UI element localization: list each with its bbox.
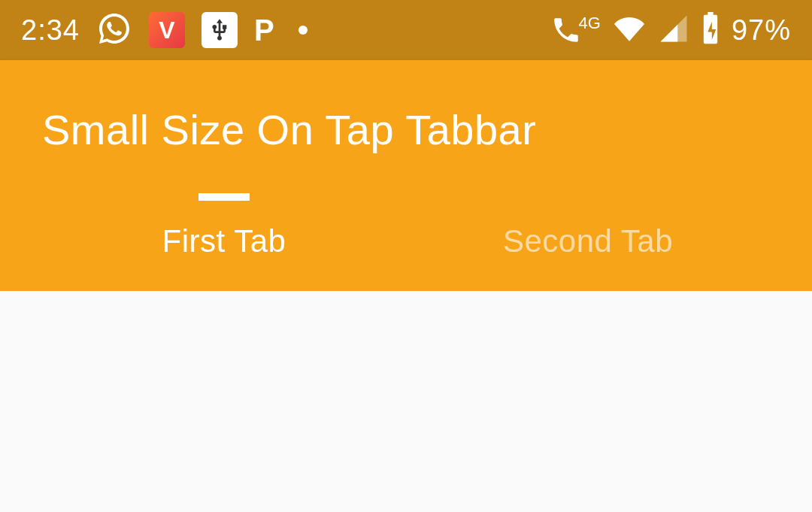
tab-second[interactable]: Second Tab — [406, 199, 770, 291]
battery-percent: 97% — [732, 14, 791, 47]
tab-indicator — [198, 193, 250, 201]
whatsapp-icon — [96, 11, 132, 50]
call-4g-icon: 4G — [547, 14, 601, 46]
tab-label: Second Tab — [503, 223, 673, 259]
network-label: 4G — [579, 14, 601, 33]
wifi-icon — [611, 14, 647, 47]
clock: 2:34 — [21, 14, 80, 47]
signal-icon — [658, 13, 689, 47]
app-bar: Small Size On Tap Tabbar First Tab Secon… — [0, 60, 812, 291]
notification-dot-icon — [298, 26, 308, 35]
usb-icon — [201, 12, 238, 48]
p-icon: P — [254, 14, 274, 47]
tab-bar: First Tab Second Tab — [42, 199, 770, 291]
status-left: 2:34 V P — [21, 11, 308, 50]
status-bar: 2:34 V P 4G — [0, 0, 812, 60]
tab-label: First Tab — [162, 223, 286, 259]
tab-first[interactable]: First Tab — [42, 199, 406, 291]
page-title: Small Size On Tap Tabbar — [42, 105, 770, 154]
status-right: 4G 97% — [547, 12, 791, 48]
vidmate-icon: V — [149, 12, 185, 48]
battery-charging-icon — [700, 12, 721, 48]
tab-content — [0, 291, 812, 479]
